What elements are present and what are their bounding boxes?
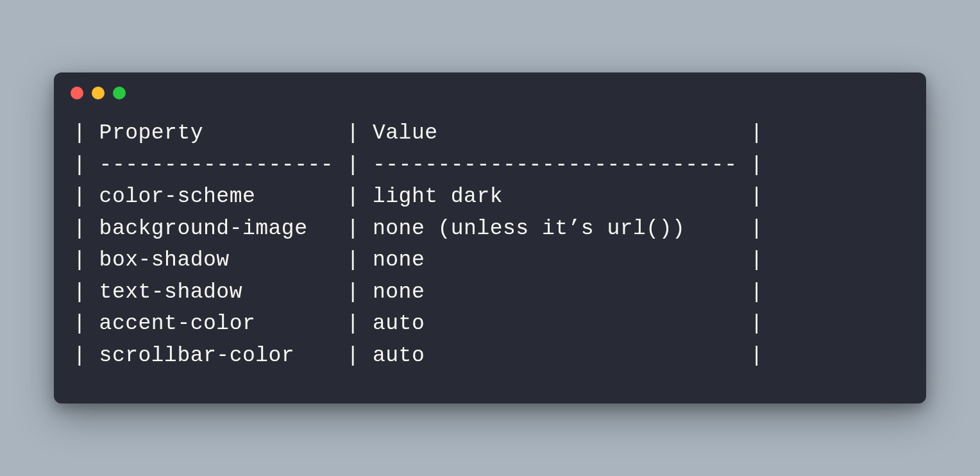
close-icon[interactable] [71, 87, 83, 99]
terminal-window: | Property | Value | | -----------------… [54, 72, 926, 404]
maximize-icon[interactable] [113, 87, 126, 99]
window-titlebar [54, 72, 926, 105]
minimize-icon[interactable] [92, 87, 105, 99]
terminal-content: | Property | Value | | -----------------… [54, 105, 926, 371]
